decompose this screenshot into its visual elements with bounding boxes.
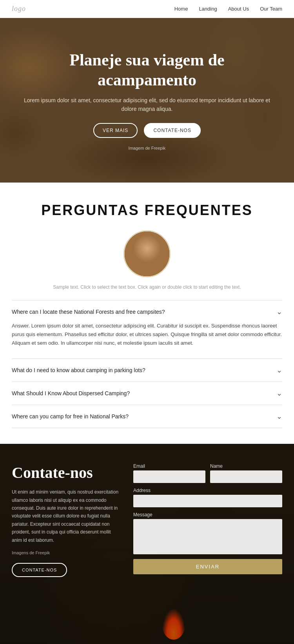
hero-content: Planeje sua viagem de acampamento Lorem … xyxy=(0,50,294,150)
form-row-message: Message xyxy=(133,512,282,554)
ver-mais-button[interactable]: VER MAIS xyxy=(93,123,138,138)
faq-avatar xyxy=(123,230,171,277)
faq-section: PERGUNTAS FREQUENTES xyxy=(0,183,294,444)
contact-title: Contate-nos xyxy=(12,463,122,482)
svg-point-0 xyxy=(125,232,171,277)
hero-credit: Imagem de Freepik xyxy=(24,146,270,150)
form-group-email: Email xyxy=(133,463,205,483)
hero-subtitle: Lorem ipsum dolor sit amet, consectetur … xyxy=(24,96,270,114)
faq-question-row-1[interactable]: Where can I locate these National Forest… xyxy=(12,308,282,316)
faq-chevron-1: ⌄ xyxy=(276,308,282,316)
faq-avatar-wrapper xyxy=(12,230,282,277)
faq-question-row-2[interactable]: What do I need to know about camping in … xyxy=(12,366,282,374)
svg-point-10 xyxy=(149,246,155,253)
contact-description: Ut enim ad minim veniam, quis nostrud ex… xyxy=(12,488,122,544)
svg-point-4 xyxy=(141,252,155,261)
nav-link-team[interactable]: Our Team xyxy=(260,6,282,12)
form-row-email-name: Email Name xyxy=(133,463,282,483)
faq-answer-1: Answer. Lorem ipsum dolor sit amet, cons… xyxy=(12,322,282,351)
faq-question-row-4[interactable]: Where can you camp for free in National … xyxy=(12,412,282,421)
faq-question-row-3[interactable]: What Should I Know About Dispersed Campi… xyxy=(12,389,282,398)
svg-point-9 xyxy=(141,246,147,253)
contact-form: Email Name Address Message ENVIAR xyxy=(133,463,282,574)
form-row-address: Address xyxy=(133,488,282,507)
faq-title: PERGUNTAS FREQUENTES xyxy=(12,202,282,219)
faq-item-1: Where can I locate these National Forest… xyxy=(12,300,282,358)
svg-point-6 xyxy=(144,261,152,269)
svg-rect-5 xyxy=(140,260,156,271)
svg-point-8 xyxy=(147,264,149,266)
form-group-name: Name xyxy=(210,463,282,483)
contact-left: Contate-nos Ut enim ad minim veniam, qui… xyxy=(12,463,122,577)
hero-buttons: VER MAIS CONTATE-NOS xyxy=(24,123,270,138)
form-group-message: Message xyxy=(133,512,282,554)
hero-title: Planeje sua viagem de acampamento xyxy=(24,50,270,90)
svg-point-1 xyxy=(132,261,164,277)
svg-point-13 xyxy=(151,248,153,251)
name-label: Name xyxy=(210,463,282,469)
email-input[interactable] xyxy=(133,470,205,483)
navigation: logo Home Landing About Us Our Team xyxy=(0,0,294,18)
logo: logo xyxy=(12,5,26,13)
faq-question-1: Where can I locate these National Forest… xyxy=(12,309,165,315)
nav-links: Home Landing About Us Our Team xyxy=(174,6,282,12)
nav-link-landing[interactable]: Landing xyxy=(199,6,217,12)
nav-link-about[interactable]: About Us xyxy=(228,6,249,12)
form-group-address: Address xyxy=(133,488,282,507)
message-label: Message xyxy=(133,512,282,517)
submit-button[interactable]: ENVIAR xyxy=(133,559,282,574)
contact-btn[interactable]: CONTATE-NOS xyxy=(12,563,67,577)
faq-question-4: Where can you camp for free in National … xyxy=(12,413,129,420)
faq-chevron-3: ⌄ xyxy=(276,389,282,398)
contact-credit: Imagens de Freepik xyxy=(12,550,122,555)
faq-chevron-4: ⌄ xyxy=(276,412,282,421)
faq-avatar-label: Sample text. Click to select the text bo… xyxy=(12,284,282,291)
name-input[interactable] xyxy=(210,470,282,483)
contate-nos-hero-button[interactable]: CONTATE-NOS xyxy=(144,123,201,138)
faq-question-3: What Should I Know About Dispersed Campi… xyxy=(12,390,130,396)
svg-point-2 xyxy=(138,239,158,260)
contact-section: Contate-nos Ut enim ad minim veniam, qui… xyxy=(0,444,294,644)
hero-section: Planeje sua viagem de acampamento Lorem … xyxy=(0,18,294,183)
address-label: Address xyxy=(133,488,282,493)
svg-point-12 xyxy=(143,248,145,251)
faq-item-4: Where can you camp for free in National … xyxy=(12,405,282,428)
svg-point-3 xyxy=(139,237,158,245)
svg-point-7 xyxy=(145,262,151,268)
faq-question-2: What do I need to know about camping in … xyxy=(12,367,145,373)
faq-item-2: What do I need to know about camping in … xyxy=(12,358,282,382)
hero-credit-text: Imagem de Freepik xyxy=(129,146,166,150)
faq-chevron-2: ⌄ xyxy=(276,366,282,374)
message-textarea[interactable] xyxy=(133,519,282,554)
nav-link-home[interactable]: Home xyxy=(174,6,188,12)
address-input[interactable] xyxy=(133,495,282,507)
faq-item-3: What Should I Know About Dispersed Campi… xyxy=(12,382,282,405)
email-label: Email xyxy=(133,463,205,469)
